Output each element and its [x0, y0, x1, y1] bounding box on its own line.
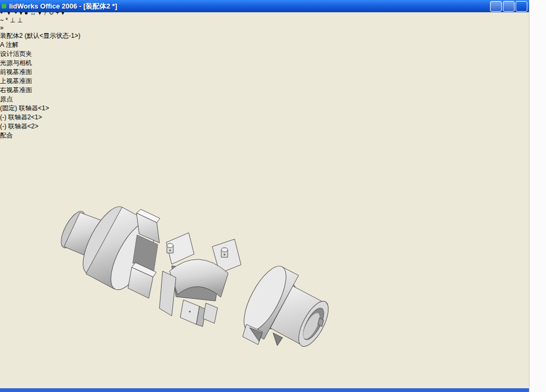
coupling-part-2[interactable]: [159, 233, 241, 326]
tabs-overflow-chevron-icon[interactable]: »: [0, 24, 4, 31]
tree-item-coupling-2[interactable]: (-) 联轴器<2>: [0, 122, 529, 131]
tree-item-label: (固定) 联轴器<1>: [0, 104, 49, 112]
coupling-part-1[interactable]: [57, 201, 163, 298]
tree-item-label: (-) 联轴器2<1>: [0, 113, 42, 121]
solidworks-window: lidWorks Office 2006 - [装配体2 *] 文件(F) 编辑…: [0, 0, 529, 388]
feature-manager-panel: » 装配体2 (默认<显示状态-1>) A 注解: [0, 24, 529, 140]
tree-item-label: 注解: [6, 41, 19, 48]
display-relations-icon[interactable]: ⊥: [17, 17, 22, 24]
main-area: » 装配体2 (默认<显示状态-1>) A 注解: [0, 24, 529, 392]
tree-item-label: 装配体2 (默认<显示状态-1>): [0, 32, 81, 39]
tree-item-top-plane[interactable]: 上视基准面: [0, 77, 529, 86]
desktop: lidWorks Office 2006 - [装配体2 *] 文件(F) 编辑…: [0, 0, 546, 392]
annotations-icon: A: [0, 41, 4, 48]
tree-item-label: 前视基准面: [0, 68, 32, 76]
spline-tool-icon[interactable]: ~: [0, 17, 4, 24]
tree-item-assembly-root[interactable]: 装配体2 (默认<显示状态-1>): [0, 31, 529, 40]
tree-item-annotations[interactable]: A 注解: [0, 40, 529, 50]
tree-item-coupling-1[interactable]: (固定) 联轴器<1>: [0, 104, 529, 113]
point-tool-icon[interactable]: *: [5, 17, 8, 24]
tree-item-label: (-) 联轴器<2>: [0, 123, 38, 130]
tree-item-coupling2-1[interactable]: (-) 联轴器2<1>: [0, 113, 529, 122]
close-button[interactable]: [516, 1, 527, 12]
tree-item-lights-cameras[interactable]: 光源与相机: [0, 59, 529, 68]
tree-item-label: 右视基准面: [0, 86, 32, 94]
title-bar[interactable]: lidWorks Office 2006 - [装配体2 *]: [0, 0, 529, 12]
tree-item-label: 光源与相机: [0, 59, 32, 67]
tree-item-label: 原点: [0, 95, 13, 103]
tree-item-front-plane[interactable]: 前视基准面: [0, 68, 529, 77]
tree-item-design-binder[interactable]: 设计活页夹: [0, 50, 529, 59]
tree-item-origin[interactable]: 原点: [0, 95, 529, 104]
tree-item-label: 配合: [0, 132, 13, 139]
coupling-part-3[interactable]: [236, 260, 334, 351]
feature-tree: 装配体2 (默认<显示状态-1>) A 注解 设计活页夹: [0, 31, 529, 140]
app-icon: [2, 4, 6, 9]
sketch-toolbar: ~ * ⊥ ⊥: [0, 17, 529, 24]
assembly-3d-view: X Y Z: [0, 140, 395, 392]
window-title: lidWorks Office 2006 - [装配体2 *]: [9, 2, 117, 11]
desktop-right-strip: [529, 0, 546, 392]
minimize-button[interactable]: [490, 1, 502, 12]
graphics-area[interactable]: X Y Z 自定义 ▼: [0, 140, 529, 392]
desktop-bottom-strip: [0, 388, 529, 392]
restore-button[interactable]: [503, 1, 515, 12]
tree-item-label: 设计活页夹: [0, 50, 32, 58]
add-relation-icon[interactable]: ⊥: [10, 17, 15, 24]
tree-item-mates[interactable]: 配合: [0, 131, 529, 140]
feature-manager-tabs: »: [0, 24, 529, 31]
window-controls: [490, 1, 529, 12]
tree-item-right-plane[interactable]: 右视基准面: [0, 86, 529, 95]
tree-item-label: 上视基准面: [0, 77, 32, 85]
